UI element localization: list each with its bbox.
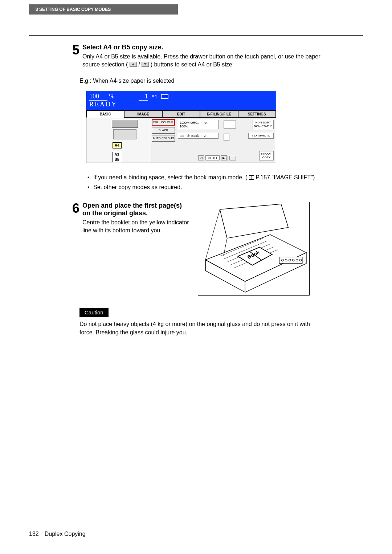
page-footer: 132 Duplex Copying: [29, 531, 86, 537]
density-auto-row: ◁ AUTO ▶: [198, 155, 227, 160]
step-6-body: Centre the booklet on the yellow indicat…: [82, 219, 189, 235]
tab-settings: SETTINGS: [238, 110, 276, 118]
drawer-a4-selected: A4: [113, 142, 122, 148]
footer-title: Duplex Copying: [45, 531, 86, 537]
paper-icon: [161, 94, 168, 99]
black-button: BLACK: [152, 127, 175, 134]
density-prev-icon: ◁: [198, 155, 204, 160]
book-mode-box: 📖→② Book → 2: [178, 133, 219, 139]
step-6-title: Open and place the first page(s) on the …: [82, 202, 189, 217]
bottom-divider: [29, 523, 363, 523]
caution-label: Caution: [79, 308, 109, 317]
panel-right-area: ZOOM ORG. → A4 100% 📖→② Book → 2 NON-SOR…: [176, 118, 276, 163]
text-photo-box: TEXT/PHOTO: [248, 133, 274, 139]
bullet-1: If you need a binding space, select the …: [87, 173, 321, 182]
colour-mode-column: FULL COLOUR BLACK AUTO COLOUR: [150, 118, 176, 163]
tab-basic: BASIC: [86, 110, 124, 118]
step-5-body-post: ) buttons to select A4 or B5 size.: [151, 61, 234, 68]
step-5-body-sep: /: [138, 61, 140, 68]
step-5-body: Only A4 or B5 size is available. Press t…: [82, 53, 321, 69]
proof-copy-box: PROOF COPY: [259, 151, 274, 160]
copier-diagram: [105, 120, 144, 141]
zoom-percent: 100 %: [89, 93, 115, 101]
caution-text: Do not place heavy objects (4 kg or more…: [79, 320, 315, 337]
svg-line-4: [205, 209, 220, 260]
paper-source-up-icon: [130, 62, 137, 67]
step-5-bullets: If you need a binding space, select the …: [87, 173, 321, 191]
scanner-illustration: Book: [198, 202, 310, 296]
page-ref-icon: [249, 175, 254, 180]
book-icon: 📖→②: [180, 134, 190, 138]
step-number-5: 5: [67, 44, 79, 69]
step-5-title: Select A4 or B5 copy size.: [82, 44, 321, 51]
copy-size-label: A4: [152, 94, 157, 99]
auto-colour-button: AUTO COLOUR: [152, 135, 175, 142]
finisher-icon: [224, 121, 236, 129]
copy-count: 1: [139, 93, 148, 101]
section-header-label: 3 SETTING OF BASIC COPY MODES: [36, 7, 111, 12]
svg-marker-3: [220, 204, 289, 238]
density-next-icon: ▶: [221, 155, 227, 160]
page-number: 132: [29, 531, 39, 537]
ready-status: READY: [89, 101, 273, 108]
bullet-2: Set other copy modes as required.: [87, 183, 321, 191]
section-header: 3 SETTING OF BASIC COPY MODES: [29, 4, 178, 15]
panel-tabs: BASIC IMAGE EDIT E-FILING/FILE SETTINGS: [86, 110, 276, 118]
panel-status-bar: 100 % 1 A4 READY: [86, 91, 276, 110]
non-sort-box: NON-SORT NON-STAPLE: [253, 120, 274, 129]
tab-efiling: E-FILING/FILE: [200, 110, 238, 118]
tab-edit: EDIT: [162, 110, 200, 118]
document-type-icon: [224, 134, 229, 141]
step-number-6: 6: [67, 202, 79, 235]
panel-drawer-area: A4 A3 B5: [86, 118, 150, 163]
tab-image: IMAGE: [124, 110, 162, 118]
paper-source-down-icon: [142, 62, 149, 67]
step-6: 6 Open and place the first page(s) on th…: [67, 202, 189, 235]
copier-panel-illustration: 100 % 1 A4 READY BASIC IMAGE EDIT E-FILI…: [86, 91, 276, 163]
drawer-a3: A3: [113, 152, 121, 157]
step-5: 5 Select A4 or B5 copy size. Only A4 or …: [67, 44, 321, 69]
panel-main-area: A4 A3 B5 FULL COLOUR BLACK AUTO COLOUR Z…: [86, 118, 276, 163]
step-5-example: E.g.: When A4-size paper is selected: [79, 77, 321, 85]
drawer-b5: B5: [113, 157, 121, 162]
zoom-box: ZOOM ORG. → A4 100%: [178, 120, 219, 129]
density-auto: AUTO: [205, 155, 220, 160]
top-divider: [29, 35, 363, 36]
full-colour-button: FULL COLOUR: [152, 119, 175, 126]
